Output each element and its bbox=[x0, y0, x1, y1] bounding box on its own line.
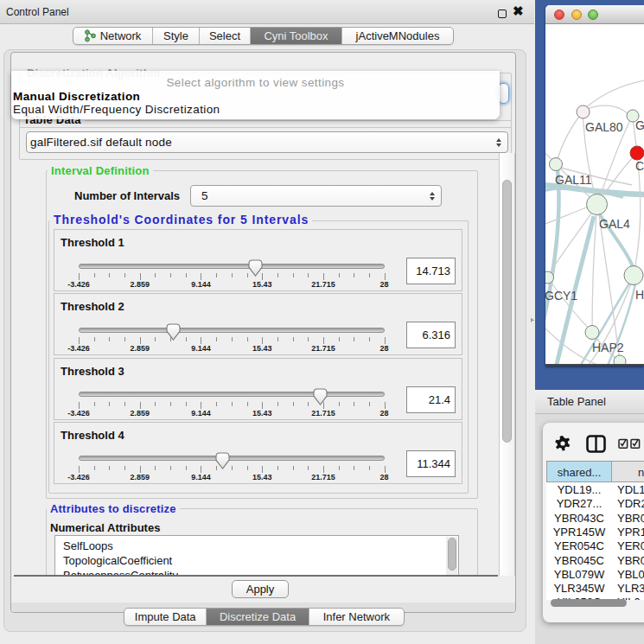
svg-text:H: H bbox=[635, 288, 644, 302]
svg-text:GCY1: GCY1 bbox=[545, 289, 577, 303]
svg-text:G: G bbox=[635, 118, 644, 132]
svg-text:GAL11: GAL11 bbox=[555, 173, 592, 187]
svg-text:GAL4: GAL4 bbox=[599, 217, 630, 231]
svg-text:HAP2: HAP2 bbox=[592, 341, 624, 354]
svg-text:GAL80: GAL80 bbox=[585, 120, 623, 134]
svg-text:C: C bbox=[635, 159, 644, 173]
